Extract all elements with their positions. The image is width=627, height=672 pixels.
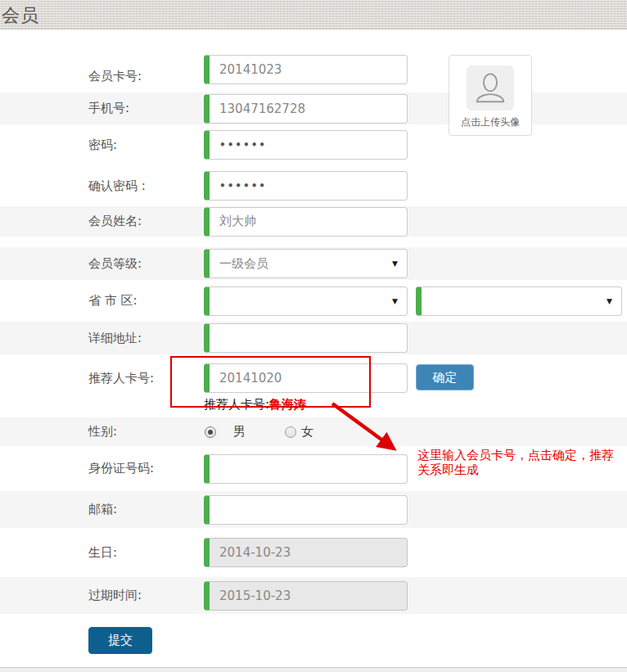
member-form-page: 会员 会员卡号: 20141023 手机号: 13047162728 密码: •… [0,0,627,672]
row-member-name: 会员姓名: 刘大帅 [0,206,627,237]
row-birthday: 生日: 2014-10-23 [0,528,627,577]
page-header: 会员 [0,0,627,29]
member-level-select[interactable]: 一级会员 ▼ [204,249,408,278]
radio-male[interactable] [205,426,216,438]
expiry-label: 过期时间: [88,588,204,603]
id-number-input[interactable] [204,454,408,484]
row-email: 邮箱: [0,491,627,528]
member-name-input[interactable]: 刘大帅 [204,207,408,237]
referrer-field: 20141020 确定 推荐人卡号:鲁海涛 [204,363,474,413]
row-card-no: 会员卡号: 20141023 [0,29,627,92]
confirm-password-input[interactable]: •••••• [204,171,408,201]
member-name-label: 会员姓名: [88,214,204,229]
row-address: 详细地址: [0,322,627,354]
row-phone: 手机号: 13047162728 [0,92,627,124]
row-gender: 性别: 男 女 [0,417,627,446]
person-icon [473,71,507,106]
confirm-button[interactable]: 确定 [416,364,474,390]
row-expiry: 过期时间: 2015-10-23 [0,577,627,614]
avatar-upload-button[interactable]: 点击上传头像 [449,55,532,136]
chevron-down-icon: ▼ [607,297,612,305]
phone-input[interactable]: 13047162728 [204,94,408,124]
card-no-label: 会员卡号: [88,69,204,84]
gender-label: 性别: [88,424,204,440]
bottom-border [0,667,627,672]
expiry-input[interactable]: 2015-10-23 [204,581,408,611]
city-select[interactable]: ▼ [416,286,622,316]
submit-button[interactable]: 提交 [88,627,152,654]
avatar-placeholder [467,65,514,110]
chevron-down-icon: ▼ [392,297,398,305]
referrer-caption: 推荐人卡号:鲁海涛 [204,397,474,413]
id-number-label: 身份证号码: [88,461,204,476]
province-select[interactable]: ▼ [204,286,408,316]
email-input[interactable] [204,495,408,525]
email-label: 邮箱: [88,502,204,517]
row-spacer [0,237,627,247]
page-title: 会员 [0,0,627,28]
row-submit: 提交 [0,614,627,672]
password-label: 密码: [88,138,204,153]
birthday-label: 生日: [88,545,204,561]
member-level-label: 会员等级: [88,256,204,272]
referrer-input[interactable]: 20141020 [204,363,408,393]
row-password: 密码: •••••• [0,124,627,165]
phone-label: 手机号: [88,101,204,116]
row-referrer: 推荐人卡号: 20141020 确定 推荐人卡号:鲁海涛 [0,354,627,417]
row-region: 省 市 区: ▼ ▼ [0,280,627,322]
region-label: 省 市 区: [88,293,204,309]
row-member-level: 会员等级: 一级会员 ▼ [0,247,627,280]
referrer-name: 鲁海涛 [269,397,306,412]
radio-female-label[interactable]: 女 [301,424,314,440]
address-label: 详细地址: [88,331,204,346]
birthday-input[interactable]: 2014-10-23 [204,538,408,567]
card-no-input[interactable]: 20141023 [204,55,408,84]
address-input[interactable] [204,323,408,353]
avatar-upload-label: 点击上传头像 [461,115,520,129]
radio-male-label[interactable]: 男 [233,424,246,440]
password-input[interactable]: •••••• [204,130,408,160]
confirm-password-label: 确认密码 : [88,178,204,194]
chevron-down-icon: ▼ [392,259,398,268]
referrer-label: 推荐人卡号: [88,363,204,393]
row-confirm-password: 确认密码 : •••••• [0,165,627,206]
radio-female[interactable] [285,426,296,438]
annotation-note: 这里输入会员卡号，点击确定，推荐关系即生成 [417,448,624,477]
